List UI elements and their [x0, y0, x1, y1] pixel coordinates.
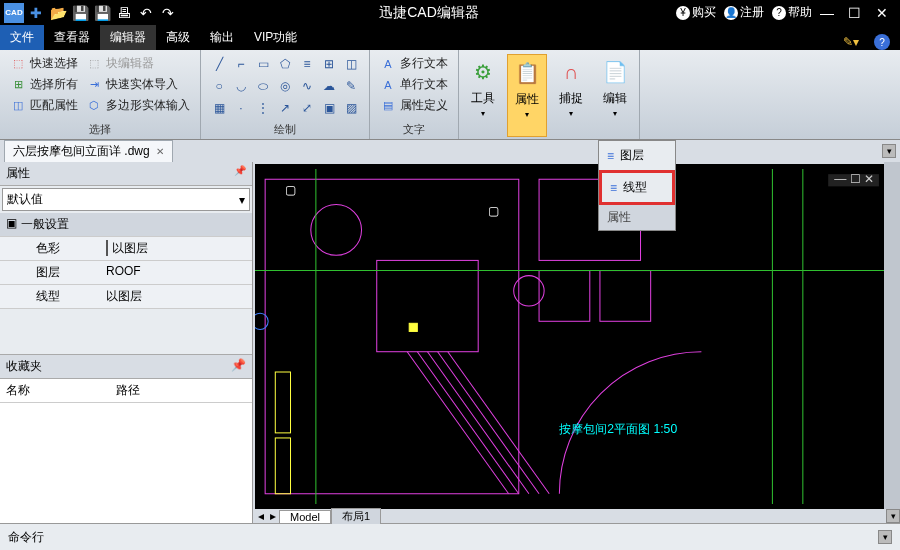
- mirror-tool[interactable]: ≡: [297, 54, 317, 74]
- block-editor-icon: ⬚: [86, 56, 102, 72]
- text-group-label: 文字: [378, 120, 450, 137]
- maximize-button[interactable]: ☐: [848, 5, 868, 21]
- help-circle-icon[interactable]: ?: [874, 34, 890, 50]
- quick-select-button[interactable]: ⬚快速选择: [8, 54, 80, 73]
- chevron-down-icon: ▾: [239, 193, 245, 207]
- tabbar-expand-button[interactable]: ▾: [882, 144, 896, 158]
- menubar: 文件 查看器 编辑器 高级 输出 VIP功能 ✎▾ ⎯ ?: [0, 25, 900, 50]
- dropdown-category-label: 属性: [599, 205, 675, 230]
- layout1-tab[interactable]: 布局1: [331, 508, 381, 524]
- svg-line-7: [407, 352, 508, 494]
- layer-property-row[interactable]: 图层 ROOF: [0, 261, 252, 285]
- divide-tool[interactable]: ⋮: [253, 98, 273, 118]
- text-icon: A: [380, 77, 396, 93]
- menu-viewer[interactable]: 查看器: [44, 25, 100, 50]
- snap-icon: ∩: [555, 56, 587, 88]
- attr-def-button[interactable]: ▤属性定义: [378, 96, 450, 115]
- document-tab[interactable]: 六层按摩包间立面详 .dwg ✕: [4, 140, 173, 162]
- general-settings-header[interactable]: ▣一般设置: [0, 213, 252, 237]
- linetype-icon: ≡: [610, 181, 617, 195]
- menu-advanced[interactable]: 高级: [156, 25, 200, 50]
- buy-button[interactable]: ¥购买: [676, 4, 716, 21]
- pencil-icon[interactable]: ✎▾: [843, 35, 859, 49]
- redo-icon[interactable]: ↷: [158, 3, 178, 23]
- properties-panel-header: 属性 📌: [0, 162, 252, 186]
- document-filename: 六层按摩包间立面详 .dwg: [13, 143, 150, 160]
- region-tool[interactable]: ▣: [319, 98, 339, 118]
- svg-rect-1: [377, 260, 478, 351]
- spline-tool[interactable]: ∿: [297, 76, 317, 96]
- select-all-button[interactable]: ⊞选择所有: [8, 75, 80, 94]
- tab-nav-left[interactable]: ◂: [255, 509, 267, 523]
- poly-solid-input-button[interactable]: ⬡多边形实体输入: [84, 96, 192, 115]
- point-tool[interactable]: ·: [231, 98, 251, 118]
- polyline-tool[interactable]: ⌐: [231, 54, 251, 74]
- canvas-expand-button[interactable]: ▾: [886, 509, 900, 523]
- rect-tool[interactable]: ▭: [253, 54, 273, 74]
- ring-tool[interactable]: ◎: [275, 76, 295, 96]
- save-icon[interactable]: 💾: [70, 3, 90, 23]
- default-value-dropdown[interactable]: 默认值▾: [2, 188, 250, 211]
- undo-icon[interactable]: ↶: [136, 3, 156, 23]
- new-icon[interactable]: ✚: [26, 3, 46, 23]
- saveas-icon[interactable]: 💾: [92, 3, 112, 23]
- help-button[interactable]: ?帮助: [772, 4, 812, 21]
- document-tabbar: 六层按摩包间立面详 .dwg ✕ ▾: [0, 140, 900, 162]
- dropdown-layer-item[interactable]: ≡图层: [599, 141, 675, 170]
- favorites-pin-icon[interactable]: 📌: [231, 358, 246, 375]
- paint-tool[interactable]: ✎: [341, 76, 361, 96]
- command-line[interactable]: 命令行 ▾: [0, 523, 900, 550]
- close-tab-icon[interactable]: ✕: [156, 146, 164, 157]
- close-button[interactable]: ✕: [876, 5, 896, 21]
- workspace: 属性 📌 默认值▾ ▣一般设置 色彩 以图层 图层 ROOF 线型 以图层 收藏…: [0, 162, 900, 523]
- hatch-tool[interactable]: ▦: [209, 98, 229, 118]
- color-property-row[interactable]: 色彩 以图层: [0, 237, 252, 261]
- linetype-property-row[interactable]: 线型 以图层: [0, 285, 252, 309]
- menu-output[interactable]: 输出: [200, 25, 244, 50]
- svg-line-8: [417, 352, 518, 494]
- vertical-scrollbar[interactable]: [884, 162, 900, 509]
- properties-icon: 📋: [511, 57, 543, 89]
- menu-vip[interactable]: VIP功能: [244, 25, 307, 50]
- drawing-canvas[interactable]: 按摩包间2平面图 1:50 ▢▢ — ☐ ✕: [255, 164, 884, 509]
- open-icon[interactable]: 📂: [48, 3, 68, 23]
- edit-button[interactable]: 📄编辑▾: [595, 54, 635, 137]
- arc-tool[interactable]: ◡: [231, 76, 251, 96]
- layer-icon: ≡: [607, 149, 614, 163]
- fast-solid-import-button[interactable]: ⇥快速实体导入: [84, 75, 192, 94]
- snap-button[interactable]: ∩捕捉▾: [551, 54, 591, 137]
- print-icon[interactable]: 🖶: [114, 3, 134, 23]
- shape-tool[interactable]: ⬠: [275, 54, 295, 74]
- properties-button[interactable]: 📋属性▾: [507, 54, 547, 137]
- favorites-columns: 名称 路径: [0, 379, 252, 403]
- polygon-icon: ⬡: [86, 98, 102, 114]
- array-tool[interactable]: ⊞: [319, 54, 339, 74]
- ribbon-group-select: ⬚快速选择 ⊞选择所有 ◫匹配属性 ⬚块编辑器 ⇥快速实体导入 ⬡多边形实体输入…: [0, 50, 201, 139]
- match-props-icon: ◫: [10, 98, 26, 114]
- ellipse-tool[interactable]: ⬭: [253, 76, 273, 96]
- offset-tool[interactable]: ◫: [341, 54, 361, 74]
- circle-tool[interactable]: ○: [209, 76, 229, 96]
- menu-editor[interactable]: 编辑器: [100, 25, 156, 50]
- multiline-text-button[interactable]: A多行文本: [378, 54, 450, 73]
- tools-button[interactable]: ⚙工具▾: [463, 54, 503, 137]
- pin-icon[interactable]: 📌: [234, 165, 246, 182]
- model-tab[interactable]: Model: [279, 510, 331, 523]
- ray-tool[interactable]: ↗: [275, 98, 295, 118]
- minimize-button[interactable]: —: [820, 5, 840, 21]
- xline-tool[interactable]: ⤢: [297, 98, 317, 118]
- cmdline-expand-button[interactable]: ▾: [878, 530, 892, 544]
- register-button[interactable]: 👤注册: [724, 4, 764, 21]
- line-tool[interactable]: ╱: [209, 54, 229, 74]
- tab-nav-right[interactable]: ▸: [267, 509, 279, 523]
- dropdown-linetype-item[interactable]: ≡线型: [599, 170, 675, 205]
- menu-file[interactable]: 文件: [0, 25, 44, 50]
- command-line-label: 命令行: [8, 529, 44, 546]
- singleline-text-button[interactable]: A单行文本: [378, 75, 450, 94]
- block-editor-button[interactable]: ⬚块编辑器: [84, 54, 192, 73]
- help-small-icon[interactable]: ⎯: [863, 35, 870, 49]
- ribbon: ⬚快速选择 ⊞选择所有 ◫匹配属性 ⬚块编辑器 ⇥快速实体导入 ⬡多边形实体输入…: [0, 50, 900, 140]
- cloud-tool[interactable]: ☁: [319, 76, 339, 96]
- match-props-button[interactable]: ◫匹配属性: [8, 96, 80, 115]
- wipeout-tool[interactable]: ▨: [341, 98, 361, 118]
